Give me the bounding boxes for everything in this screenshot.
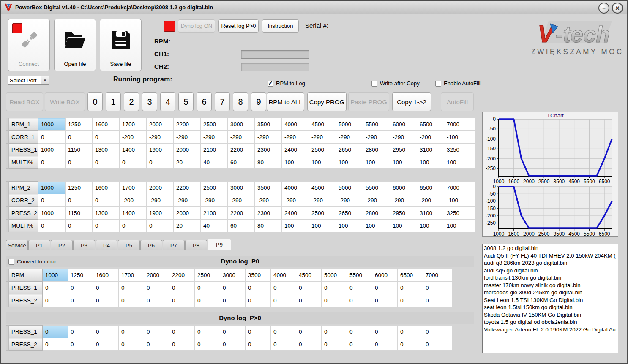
grid-cell[interactable]: 0 (93, 282, 119, 294)
grid-cell[interactable]: 3100 (417, 207, 444, 220)
grid-cell[interactable]: 3100 (417, 144, 444, 156)
grid-cell[interactable]: 0 (271, 326, 296, 338)
grid-cell[interactable]: 5500 (363, 182, 390, 194)
read-box-button[interactable]: Read BOX (6, 92, 43, 111)
grid-cell[interactable]: -290 (282, 194, 309, 207)
grid-cell[interactable]: 0 (144, 294, 169, 307)
grid-cell[interactable]: 0 (43, 294, 68, 307)
grid-cell[interactable]: 4000 (282, 118, 309, 131)
grid-cell[interactable]: 2300 (255, 144, 282, 156)
grid-cell[interactable]: 0 (271, 338, 296, 351)
grid-cell[interactable]: 0 (246, 338, 271, 351)
tab-p5[interactable]: P5 (118, 240, 140, 250)
grid-cell[interactable]: 0 (347, 338, 372, 351)
grid-cell[interactable]: 100 (444, 156, 471, 169)
grid-cell[interactable]: 2000 (147, 118, 174, 131)
grid-cell[interactable]: 0 (423, 326, 448, 338)
grid-cell[interactable]: 0 (144, 326, 169, 338)
close-button[interactable]: ✕ (612, 3, 623, 14)
grid-cell[interactable]: 0 (271, 294, 296, 307)
grid-cell[interactable]: 1000 (38, 182, 66, 194)
grid-cell[interactable]: 0 (169, 282, 195, 294)
grid-cell[interactable]: 0 (93, 131, 120, 144)
grid-cell[interactable]: 1250 (68, 269, 93, 282)
grid-cell[interactable]: -290 (228, 194, 255, 207)
grid-cell[interactable]: -290 (174, 194, 201, 207)
grid-cell[interactable]: -200 (120, 131, 147, 144)
write-after-copy-checkbox[interactable]: Write after Copy (371, 80, 420, 87)
grid-cell[interactable]: 0 (246, 282, 271, 294)
grid-cell[interactable]: 0 (147, 156, 174, 169)
program-button-8[interactable]: 8 (233, 92, 248, 111)
dyno-log-on-button[interactable]: Dyno log ON (178, 19, 215, 33)
grid-cell[interactable]: -290 (174, 131, 201, 144)
grid-cell[interactable]: 0 (372, 294, 398, 307)
grid-cell[interactable]: 0 (93, 294, 119, 307)
grid-cell[interactable]: -100 (444, 194, 471, 207)
grid-cell[interactable]: 100 (363, 220, 390, 232)
grid-cell[interactable]: 3000 (228, 118, 255, 131)
grid-cell[interactable]: -290 (309, 131, 336, 144)
grid-cell[interactable]: 0 (169, 338, 195, 351)
grid-cell[interactable]: 0 (398, 326, 423, 338)
grid-cell[interactable]: 1400 (120, 144, 147, 156)
grid-cell[interactable]: 0 (347, 294, 372, 307)
grid-cell[interactable]: 2200 (228, 144, 255, 156)
grid-cell[interactable]: 0 (372, 282, 398, 294)
grid-cell[interactable]: 6500 (398, 269, 423, 282)
grid-cell[interactable]: 1250 (66, 118, 93, 131)
grid-cell[interactable]: 0 (398, 294, 423, 307)
grid-cell[interactable]: 100 (444, 220, 471, 232)
grid-cell[interactable]: 0 (322, 282, 347, 294)
grid-cell[interactable]: 0 (66, 194, 93, 207)
grid-cell[interactable]: 0 (68, 282, 93, 294)
grid-cell[interactable]: 0 (119, 326, 144, 338)
grid-cell[interactable]: 0 (347, 326, 372, 338)
grid-cell[interactable]: 5000 (336, 118, 363, 131)
program-button-2[interactable]: 2 (124, 92, 139, 111)
grid-cell[interactable]: 2300 (255, 207, 282, 220)
grid-cell[interactable]: 1000 (38, 144, 66, 156)
grid-cell[interactable]: 5500 (347, 269, 372, 282)
write-box-button[interactable]: Write BOX (45, 92, 85, 111)
grid-cell[interactable]: 40 (201, 220, 228, 232)
file-item[interactable]: Volkswagen Arteon FL 2.0 190KM 2022 Go D… (484, 326, 618, 334)
grid-cell[interactable]: 0 (66, 131, 93, 144)
grid-cell[interactable]: 1000 (43, 269, 68, 282)
grid-cell[interactable]: 0 (120, 220, 147, 232)
grid-cell[interactable]: 1000 (38, 118, 66, 131)
grid-cell[interactable]: -290 (363, 194, 390, 207)
paste-prog-button[interactable]: Paste PROG (348, 92, 389, 111)
grid-cell[interactable]: 1150 (66, 144, 93, 156)
grid-cell[interactable]: 4500 (296, 269, 322, 282)
tab-p9[interactable]: P9 (208, 239, 231, 250)
grid-cell[interactable]: 3250 (444, 144, 471, 156)
grid-cell[interactable]: 0 (296, 294, 322, 307)
tab-p2[interactable]: P2 (51, 240, 73, 250)
grid-cell[interactable]: 100 (417, 156, 444, 169)
grid-cell[interactable]: 1250 (66, 182, 93, 194)
grid-cell[interactable]: 0 (195, 294, 220, 307)
grid-cell[interactable]: 2500 (201, 182, 228, 194)
grid-cell[interactable]: 0 (169, 326, 195, 338)
grid-cell[interactable]: 0 (38, 194, 66, 207)
grid-cell[interactable]: 2500 (309, 144, 336, 156)
file-item[interactable]: mercedes gle 300d 245km go digital.bin (484, 289, 618, 296)
grid-cell[interactable]: 1700 (120, 118, 147, 131)
grid-cell[interactable]: 0 (220, 338, 246, 351)
grid-cell[interactable]: 0 (423, 338, 448, 351)
grid-cell[interactable]: 0 (144, 338, 169, 351)
file-item[interactable]: Audi Q5 II (FY FL) 40 TDI MHEV 2.0 150kW… (484, 252, 618, 260)
grid-cell[interactable]: 4000 (271, 269, 296, 282)
grid-cell[interactable]: 0 (220, 326, 246, 338)
grid-cell[interactable]: 100 (309, 220, 336, 232)
copy-prog-button[interactable]: Copy PROG (307, 92, 347, 111)
copy-1-to-2-button[interactable]: Copy 1->2 (392, 92, 431, 111)
grid-cell[interactable]: 0 (271, 282, 296, 294)
grid-cell[interactable]: 3000 (228, 182, 255, 194)
grid-cell[interactable]: 0 (144, 282, 169, 294)
grid-cell[interactable]: 1900 (147, 144, 174, 156)
grid-cell[interactable]: -290 (282, 131, 309, 144)
file-item[interactable]: ford transit 130km go digital.bin (484, 274, 618, 282)
grid-cell[interactable]: 0 (169, 294, 195, 307)
